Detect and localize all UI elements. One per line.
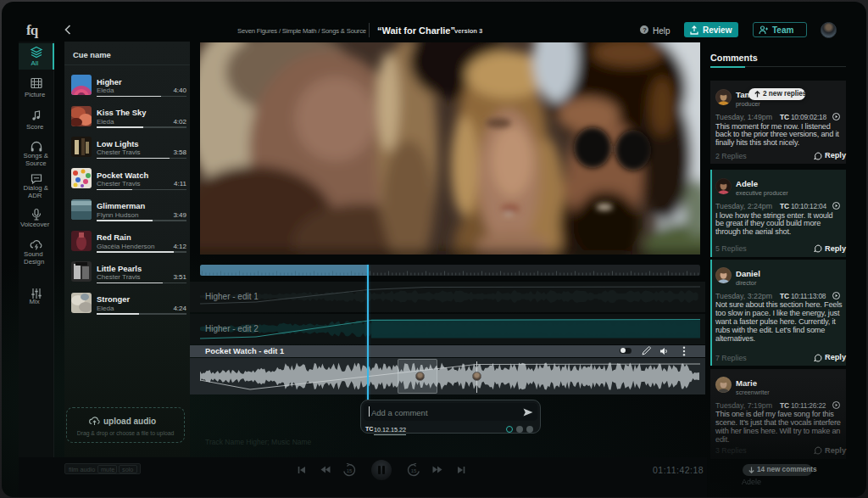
svg-text:15: 15: [411, 468, 417, 473]
svg-text:15: 15: [347, 468, 353, 473]
